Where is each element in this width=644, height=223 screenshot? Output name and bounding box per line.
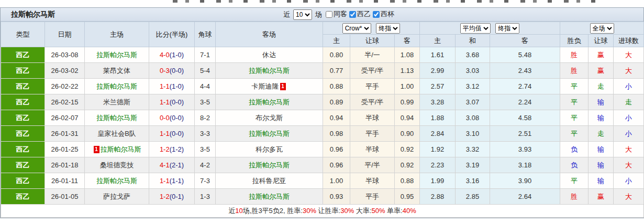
home-team-cell: 萨拉戈萨 [85,189,149,205]
score-cell: 1-1(0-0) [149,94,195,110]
league-cell: 西乙 [1,189,45,205]
filter-checkbox[interactable] [373,11,380,18]
team-name[interactable]: 卡斯迪隆 [252,82,279,90]
scope-select[interactable]: 全场 [590,23,614,34]
result-group-header: 全场 [560,22,644,35]
halftime-score: (0-0) [170,98,184,106]
result-cell: 大 [614,47,644,63]
header-away: 客场 [216,22,323,47]
team-title: 拉斯帕尔马斯 [11,10,55,19]
team-name[interactable]: 拉斯帕尔马斯 [249,130,290,137]
team-name[interactable]: 拉斯帕尔马斯 [96,82,137,90]
team-history-widget: 拉斯帕尔马斯 近 10 场 同客西乙西杯 类型 日期 [0,7,644,218]
score-cell: 4-1(2-1) [149,157,195,173]
handicap-odds-cell: 半球 [350,110,395,126]
team-name[interactable]: 米兰德斯 [103,98,130,106]
result-cell: 大 [614,189,644,205]
match-table-body: 西乙26-03-08拉斯帕尔马斯4-0(1-0)7-1休达0.80半/一1.08… [1,47,644,205]
filter-checkbox-label: 同客 [326,9,347,19]
europe-odds-cell: 2.88 [420,189,456,205]
handicap-odds-cell: 0.89 [323,94,350,110]
result-cell: 赢 [589,47,614,63]
europe-odds-cell: 2.51 [490,126,560,142]
result-cell: 走 [614,94,644,110]
team-name[interactable]: 科尔多瓦 [256,145,283,153]
europe-odds-cell: 3.08 [456,110,490,126]
team-name[interactable]: 拉斯帕尔马斯 [249,161,290,169]
score-cell: 1-1(1-0) [149,79,195,94]
handicap-odds-cell: 半球 [350,173,395,189]
europe-odds-group-header: 平均值 终指 [420,22,560,35]
filter-checkbox[interactable] [326,11,332,18]
team-name[interactable]: 桑坦德竞技 [100,161,134,169]
europe-odds-cell: 5.48 [490,47,560,63]
handicap-odds-cell: 平手 [350,126,395,142]
team-name[interactable]: 拉斯帕尔马斯 [249,98,290,106]
team-name[interactable]: 拉科鲁尼亚 [252,177,286,185]
team-name[interactable]: 皇家社会B队 [97,130,136,137]
league-cell: 西乙 [1,47,45,63]
table-row: 西乙26-01-31皇家社会B队1-1(0-0)3-3拉斯帕尔马斯0.98平手0… [1,126,644,142]
halftime-score: (1-0) [170,82,184,90]
team-name[interactable]: 布尔戈斯 [256,114,283,122]
subheader-winloss: 胜负 [560,35,589,47]
header-group-row: 类型 日期 主场 比分(半场) 角球 客场 Crow* 终指 [1,22,644,35]
odds-stage-select-2[interactable]: 终指 [495,23,519,34]
score-cell: 1-1(1-1) [149,173,195,189]
handicap-odds-group-header: Crow* 终指 [323,22,420,35]
team-name[interactable]: 拉斯帕尔马斯 [96,51,137,59]
corner-cell: 8-2 [195,110,216,126]
team-name[interactable]: 拉斯帕尔马斯 [96,114,137,122]
corner-cell: 3-3 [195,126,216,142]
filter-checkbox[interactable] [349,11,356,18]
date-cell: 26-03-08 [45,47,85,63]
odds-source-select[interactable]: Crow* [342,23,371,34]
fulltime-score: 1-1 [160,82,170,90]
handicap-odds-cell: 0.96 [323,142,350,157]
odds-stage-select-1[interactable]: 终指 [376,23,400,34]
team-name[interactable]: 拉斯帕尔马斯 [249,67,290,75]
away-team-cell: 休达 [216,47,323,63]
europe-odds-cell: 1.61 [420,47,456,63]
team-name[interactable]: 休达 [262,51,276,59]
handicap-odds-cell: 0.93 [323,189,350,205]
team-name[interactable]: 拉斯帕尔马斯 [249,193,290,200]
footer-stat-segment: 近 [228,207,235,215]
footer-stats: 近10场,胜3平5负2, 胜率:30% 让胜率:30% 大率:50% 单率:40… [1,205,644,218]
result-cell: 走 [589,79,614,94]
handicap-odds-cell: 0.77 [323,63,350,79]
recent-label: 近 [283,10,290,19]
result-cell: 大 [614,142,644,157]
team-name[interactable]: 萨拉戈萨 [103,193,130,200]
result-cell: 平 [560,126,589,142]
result-cell: 大 [614,63,644,79]
result-cell: 输 [589,173,614,189]
team-name[interactable]: 拉斯帕尔马斯 [101,145,141,153]
handicap-odds-cell: 受平/半 [350,63,395,79]
table-row: 西乙26-03-02莱昂文体0-3(0-0)5-4拉斯帕尔马斯0.77受平/半1… [1,63,644,79]
red-card-badge: 1 [280,83,286,90]
subheader-avg-home: 主 [420,35,456,47]
table-row: 西乙26-01-11拉斯帕尔马斯1-1(1-1)7-3拉科鲁尼亚1.00半球0.… [1,173,644,189]
corner-cell: 5-4 [195,63,216,79]
handicap-odds-cell: 1.08 [395,47,420,63]
recent-count-select[interactable]: 10 [293,9,312,20]
result-cell: 赢 [589,189,614,205]
team-name[interactable]: 拉斯帕尔马斯 [96,177,137,185]
fulltime-score: 4-0 [160,51,170,59]
page: 拉斯帕尔马斯 近 10 场 同客西乙西杯 类型 日期 [0,0,644,223]
corner-cell: 3-5 [195,94,216,110]
footer-stat-segment: 30% [303,207,316,215]
result-cell: 胜 [560,189,589,205]
result-cell: 小 [614,79,644,94]
handicap-odds-cell: 0.94 [395,110,420,126]
home-team-cell: 拉斯帕尔马斯 [85,173,149,189]
handicap-odds-cell: 0.88 [395,173,420,189]
result-cell: 负 [560,142,589,157]
filter-checkbox-text: 同客 [334,9,347,19]
result-cell: 输 [589,110,614,126]
avg-source-select[interactable]: 平均值 [460,23,491,34]
result-cell: 大 [614,157,644,173]
fulltime-score: 0-0 [160,114,170,122]
team-name[interactable]: 莱昂文体 [103,67,130,75]
